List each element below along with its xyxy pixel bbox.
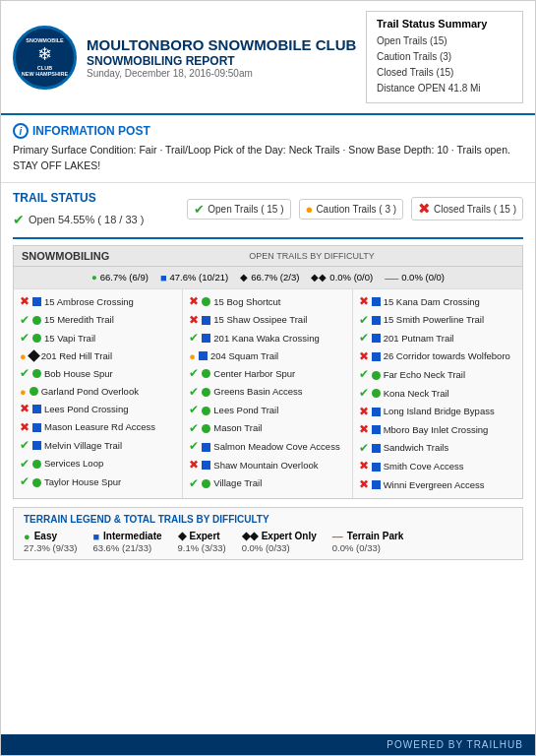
trail-status-icon: ✖ bbox=[359, 294, 369, 310]
trail-name: 15 Shaw Ossipee Trail bbox=[213, 314, 307, 326]
trail-type-icon bbox=[32, 316, 41, 325]
trail-status-icon: ✔ bbox=[359, 313, 369, 329]
trail-name: Mason Trail bbox=[213, 422, 262, 434]
terrain-item: — Terrain Park 0.0% (0/33) bbox=[332, 531, 404, 553]
terrain-item: ● Easy 27.3% (9/33) bbox=[24, 531, 77, 553]
trail-name: Mboro Bay Inlet Crossing bbox=[384, 424, 489, 436]
terrain-item-pct: 0.0% (0/33) bbox=[332, 542, 381, 553]
trail-name: 15 Meredith Trail bbox=[44, 314, 114, 326]
trail-row: ✔Services Loop bbox=[20, 455, 176, 473]
trail-row: ✖Smith Cove Access bbox=[359, 458, 516, 476]
trail-status-icon: ✖ bbox=[359, 459, 369, 474]
footer-label: POWERED BY TRAILHUB bbox=[387, 739, 523, 750]
trail-row: ✔201 Putnam Trail bbox=[359, 330, 516, 348]
info-body: Primary Surface Condition: Fair · Trail/… bbox=[13, 144, 510, 171]
trail-type-icon bbox=[202, 369, 210, 378]
trail-row: ✖Lees Pond Crossing bbox=[20, 400, 176, 418]
terrain-legend-icon: ◆ bbox=[178, 530, 186, 542]
trail-type-icon bbox=[372, 316, 381, 325]
trail-type-icon bbox=[372, 480, 381, 489]
trail-name: 26 Corridor towards Wolfeboro bbox=[384, 350, 510, 362]
trail-status-icon: ✔ bbox=[20, 331, 30, 346]
trail-type-icon bbox=[32, 441, 41, 450]
terrain-item-pct: 9.1% (3/33) bbox=[178, 542, 226, 553]
diff-terrain-icon: — bbox=[385, 270, 398, 285]
terrain-label-text: Intermediate bbox=[103, 531, 161, 541]
trail-name: Far Echo Neck Trail bbox=[384, 369, 465, 381]
trail-status-title: TRAIL STATUS bbox=[13, 191, 144, 205]
trail-row: ✔Mason Trail bbox=[189, 419, 345, 438]
trail-col-3: ✖15 Kana Dam Crossing✔15 Smith Powerline… bbox=[353, 289, 522, 499]
trail-row: ✖Mboro Bay Inlet Crossing bbox=[359, 421, 516, 440]
trail-type-icon bbox=[32, 297, 41, 306]
closed-badge-icon: ✖ bbox=[418, 200, 431, 218]
trail-status-icon: ✔ bbox=[20, 313, 30, 329]
trail-status-icon: ✔ bbox=[359, 331, 369, 346]
trail-status-icon: ✔ bbox=[189, 366, 199, 382]
trail-name: Smith Cove Access bbox=[384, 461, 464, 472]
trail-row: ✖Shaw Mountain Overlook bbox=[189, 457, 345, 475]
report-label: SNOWMOBILING REPORT bbox=[87, 54, 366, 68]
trail-row: ✖26 Corridor towards Wolfeboro bbox=[359, 347, 516, 366]
terrain-label-text: Expert bbox=[190, 531, 220, 541]
trail-name: Center Harbor Spur bbox=[213, 368, 295, 380]
trail-row: ✔Lees Pond Trail bbox=[189, 402, 345, 420]
trail-type-icon bbox=[202, 424, 210, 433]
status-badges: ✔ Open Trails ( 15 ) ● Caution Trails ( … bbox=[187, 197, 523, 220]
terrain-label-text: Expert Only bbox=[262, 531, 317, 541]
trail-type-icon bbox=[372, 352, 381, 361]
trail-status-icon: ✖ bbox=[20, 294, 30, 310]
logo: SNOWMOBILE ❄ CLUBNEW HAMPSHIRE bbox=[13, 26, 77, 90]
trail-status-icon: ✔ bbox=[189, 476, 199, 492]
trail-type-icon bbox=[32, 460, 41, 469]
trail-status-icon: ✔ bbox=[20, 366, 30, 382]
open-check-icon: ✔ bbox=[13, 212, 25, 227]
terrain-item-label: ● Easy bbox=[24, 531, 57, 542]
trail-row: ✔Bob House Spur bbox=[20, 365, 176, 384]
trail-status-header: TRAIL STATUS ✔ Open 54.55% ( 18 / 33 ) ✔… bbox=[13, 191, 523, 227]
terrain-item-pct: 63.6% (21/33) bbox=[92, 542, 151, 553]
terrain-section: TERRAIN LEGEND & TOTAL TRAILS by DIFFICU… bbox=[13, 507, 523, 560]
terrain-legend-icon: ■ bbox=[92, 531, 99, 542]
terrain-label-text: Easy bbox=[34, 531, 57, 541]
terrain-title: TERRAIN LEGEND & TOTAL TRAILS by DIFFICU… bbox=[24, 514, 512, 525]
open-pct-text: Open 54.55% ( 18 / 33 ) bbox=[29, 214, 144, 225]
trail-type-icon bbox=[199, 351, 208, 360]
trail-name: Sandwich Trails bbox=[384, 442, 449, 454]
trail-name: 15 Kana Dam Crossing bbox=[384, 296, 480, 308]
terrain-item-label: ◆◆ Expert Only bbox=[242, 530, 317, 542]
trail-col-1: ✖15 Ambrose Crossing✔15 Meredith Trail✔1… bbox=[14, 289, 183, 499]
closed-badge-label: Closed Trails ( 15 ) bbox=[434, 204, 516, 215]
trail-type-icon bbox=[372, 444, 381, 453]
trail-type-icon bbox=[372, 389, 381, 398]
header: SNOWMOBILE ❄ CLUBNEW HAMPSHIRE MOULTONBO… bbox=[1, 1, 535, 115]
trail-type-icon bbox=[202, 316, 210, 325]
trail-row: ✖15 Ambrose Crossing bbox=[20, 293, 176, 312]
trail-row: ✔Melvin Village Trail bbox=[20, 437, 176, 456]
trail-status-section: TRAIL STATUS ✔ Open 54.55% ( 18 / 33 ) ✔… bbox=[1, 183, 535, 237]
trail-row: ✔15 Meredith Trail bbox=[20, 311, 176, 330]
trail-status-icon: ✖ bbox=[20, 402, 30, 417]
trail-type-icon bbox=[202, 461, 210, 470]
open-pct: ✔ Open 54.55% ( 18 / 33 ) bbox=[13, 212, 144, 227]
terrain-item-label: ◆ Expert bbox=[178, 530, 220, 542]
trail-row: ●201 Red Hill Trail bbox=[20, 347, 176, 364]
trail-status-icon: ✖ bbox=[189, 458, 199, 473]
trail-name: 15 Smith Powerline Trail bbox=[384, 314, 484, 326]
trail-name: Greens Basin Access bbox=[213, 386, 302, 398]
info-section: i INFORMATION POST Primary Surface Condi… bbox=[1, 115, 535, 183]
trail-name: Mason Leasure Rd Access bbox=[44, 421, 155, 433]
trail-row: ✔201 Kana Waka Crossing bbox=[189, 330, 345, 348]
trail-name: Winni Evergreen Access bbox=[384, 479, 485, 491]
header-text: MOULTONBORO SNOWMOBILE CLUB SNOWMOBILING… bbox=[87, 36, 366, 79]
terrain-item-pct: 0.0% (0/33) bbox=[242, 542, 290, 553]
trail-status-icon: ✖ bbox=[359, 422, 369, 438]
trail-row: ✔Sandwich Trails bbox=[359, 439, 516, 458]
open-badge-label: Open Trails ( 15 ) bbox=[208, 204, 283, 215]
caution-badge-icon: ● bbox=[306, 202, 314, 217]
trail-status-icon: ✖ bbox=[359, 349, 369, 365]
trail-row: ✖Long Island Bridge Bypass bbox=[359, 403, 516, 421]
trail-row: ✖15 Kana Dam Crossing bbox=[359, 293, 516, 312]
diff-intermediate: ■ 47.6% (10/21) bbox=[160, 272, 228, 284]
diff-easy: ● 66.7% (6/9) bbox=[91, 272, 149, 283]
